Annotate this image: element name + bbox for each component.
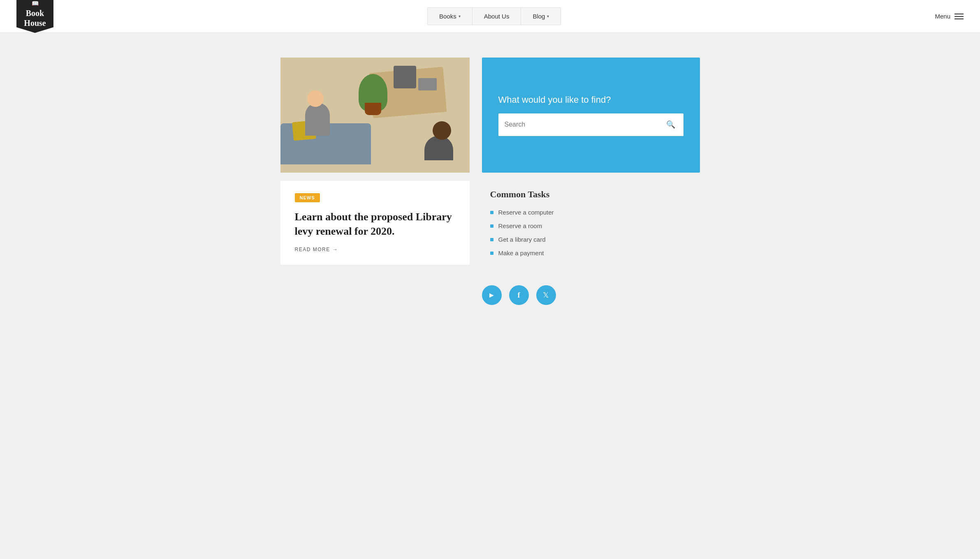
task-list: Reserve a computer Reserve a room Get a … — [490, 209, 700, 256]
task-item-reserve-room[interactable]: Reserve a room — [490, 222, 700, 229]
scene-chair — [394, 66, 416, 88]
task-label: Reserve a room — [498, 222, 542, 229]
nav-about-label: About Us — [484, 13, 510, 20]
scene-laptop — [418, 78, 437, 90]
task-bullet-icon — [490, 252, 493, 255]
task-label: Reserve a computer — [498, 209, 554, 216]
bottom-section: NEWS Learn about the proposed Library le… — [280, 181, 700, 265]
task-item-library-card[interactable]: Get a library card — [490, 236, 700, 243]
nav-blog[interactable]: Blog ▾ — [521, 8, 561, 25]
nav-about[interactable]: About Us — [473, 8, 521, 25]
task-label: Make a payment — [498, 249, 544, 256]
arrow-icon: → — [333, 247, 338, 252]
hamburger-icon — [955, 14, 964, 19]
youtube-button[interactable]: ► — [482, 285, 502, 305]
task-bullet-icon — [490, 238, 493, 241]
task-item-payment[interactable]: Make a payment — [490, 249, 700, 256]
task-bullet-icon — [490, 211, 493, 214]
read-more-link[interactable]: READ MORE → — [295, 247, 455, 252]
menu-label: Menu — [935, 13, 950, 20]
social-section: ► f 𝕏 — [280, 285, 700, 305]
news-title: Learn about the proposed Library levy re… — [295, 210, 455, 238]
scene-plant-pot — [365, 103, 381, 115]
read-more-label: READ MORE — [295, 247, 330, 252]
logo-icon: 📖 — [32, 0, 39, 7]
search-panel: What would you like to find? 🔍 — [482, 58, 700, 173]
nav-books-label: Books — [439, 13, 456, 20]
library-hero-image — [280, 58, 470, 173]
twitter-button[interactable]: 𝕏 — [536, 285, 556, 305]
logo[interactable]: 📖 Book House — [16, 0, 53, 33]
facebook-icon: f — [518, 291, 520, 300]
scene-person2-body — [424, 136, 453, 160]
top-section: What would you like to find? 🔍 — [280, 58, 700, 173]
twitter-icon: 𝕏 — [543, 291, 549, 300]
common-tasks-section: Common Tasks Reserve a computer Reserve … — [482, 181, 700, 256]
nav-blog-label: Blog — [533, 13, 545, 20]
task-label: Get a library card — [498, 236, 546, 243]
main-content: What would you like to find? 🔍 NEWS Lear… — [264, 58, 716, 305]
search-icon: 🔍 — [666, 120, 675, 129]
scene-person1-body — [305, 103, 330, 136]
logo-text-house: House — [24, 18, 46, 28]
logo-text-book: Book — [26, 8, 44, 18]
youtube-icon: ► — [488, 291, 496, 300]
main-nav: Books ▾ About Us Blog ▾ — [427, 7, 561, 25]
news-card: NEWS Learn about the proposed Library le… — [280, 181, 470, 265]
scene-person2-head — [433, 121, 451, 140]
search-panel-title: What would you like to find? — [498, 95, 683, 105]
facebook-button[interactable]: f — [509, 285, 529, 305]
search-input-wrapper: 🔍 — [498, 113, 683, 136]
site-header: 📖 Book House Books ▾ About Us Blog ▾ Men… — [0, 0, 980, 33]
menu-toggle[interactable]: Menu — [935, 13, 964, 20]
chevron-down-icon: ▾ — [459, 14, 461, 18]
logo-badge: 📖 Book House — [16, 0, 53, 33]
chevron-down-icon-2: ▾ — [547, 14, 549, 18]
common-tasks-title: Common Tasks — [490, 189, 700, 200]
task-item-reserve-computer[interactable]: Reserve a computer — [490, 209, 700, 216]
news-badge: NEWS — [295, 193, 320, 202]
task-bullet-icon — [490, 224, 493, 228]
search-button[interactable]: 🔍 — [664, 118, 677, 131]
nav-books[interactable]: Books ▾ — [428, 8, 473, 25]
search-input[interactable] — [505, 121, 664, 128]
image-scene — [280, 58, 470, 173]
scene-person1-head — [307, 90, 324, 107]
